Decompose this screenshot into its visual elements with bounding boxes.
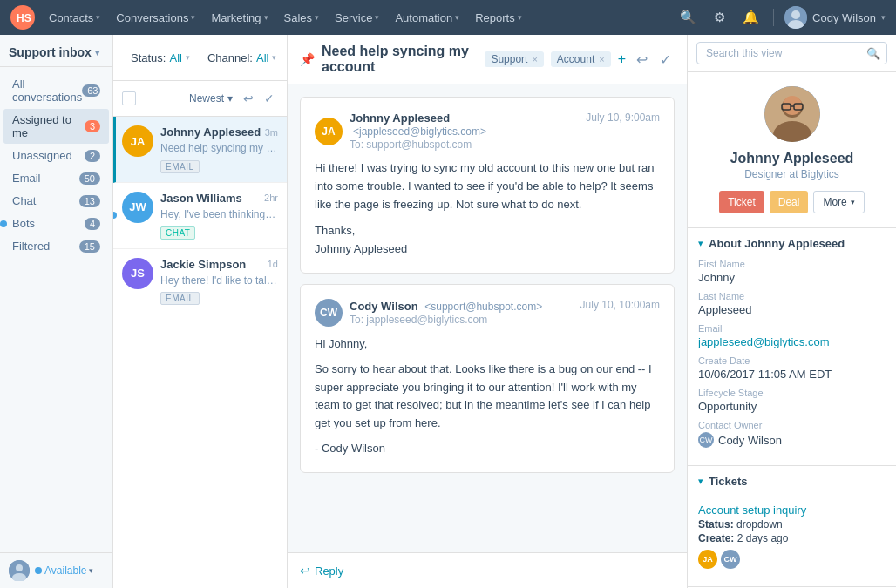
nav-automation[interactable]: Automation ▾: [388, 8, 466, 28]
sidebar-title-chevron: ▾: [95, 48, 99, 57]
conv-item-content: Johnny Appleseed 3m Need help syncing my…: [160, 125, 278, 173]
remove-account-tag[interactable]: ×: [599, 54, 604, 64]
top-navigation: HS Contacts ▾ Conversations ▾ Marketing …: [0, 0, 896, 35]
sender-avatar: CW: [315, 299, 343, 327]
create-deal-button[interactable]: Deal: [770, 191, 809, 213]
check-resolve-button[interactable]: ✓: [656, 48, 675, 71]
contact-owner-field: Contact owner CW Cody Wilson: [698, 420, 886, 448]
availability-status[interactable]: Available ▾: [35, 564, 93, 577]
message-header: CW Cody Wilson <support@hubspot.com> To:…: [315, 299, 660, 327]
tickets-content: Account setup inquiry Status: dropdown C…: [688, 497, 896, 586]
pin-icon[interactable]: 📌: [300, 52, 315, 66]
tickets-section-chevron: ▾: [698, 476, 703, 487]
reply-area: ↩ Reply: [288, 552, 687, 588]
sidebar: Support inbox ▾ All conversations 63 Ass…: [0, 35, 113, 588]
nav-conversations[interactable]: Conversations ▾: [109, 8, 202, 28]
ticket-avatars: JA CW: [698, 550, 886, 569]
remove-support-tag[interactable]: ×: [532, 54, 537, 64]
settings-icon[interactable]: ⚙: [710, 6, 729, 29]
search-input[interactable]: [696, 42, 887, 64]
channel-filter-chevron: ▾: [272, 53, 276, 62]
tickets-section-header[interactable]: ▾ Tickets: [688, 466, 896, 497]
reply-button[interactable]: ↩: [633, 48, 651, 71]
status-dot: [35, 567, 42, 574]
search-icon[interactable]: 🔍: [676, 6, 700, 29]
create-ticket-button[interactable]: Ticket: [719, 191, 764, 213]
sidebar-item-all[interactable]: All conversations 63: [3, 73, 109, 108]
about-section-chevron: ▾: [698, 238, 703, 249]
sort-button[interactable]: Newest ▾: [189, 92, 233, 105]
conversation-item[interactable]: JA Johnny Appleseed 3m Need help syncing…: [113, 117, 287, 183]
channel-filter[interactable]: Channel: All ▾: [202, 49, 282, 67]
lifecycle-field: Lifecycle stage Opportunity: [698, 388, 886, 413]
message-sender: JA Johnny Appleseed <jappleseed@biglytic…: [315, 112, 586, 151]
conv-item-header: Jason Williams 2hr: [160, 192, 278, 205]
svg-point-3: [791, 10, 800, 19]
sidebar-item-email[interactable]: Email 50: [3, 167, 109, 189]
ticket-avatar-1: JA: [698, 550, 717, 569]
create-date-field: Create Date 10/06/2017 11:05 AM EDT: [698, 355, 886, 381]
more-actions-button[interactable]: More ▾: [813, 191, 864, 213]
sidebar-item-assigned[interactable]: Assigned to me 3: [3, 109, 109, 144]
hubspot-logo[interactable]: HS: [10, 5, 35, 30]
nav-marketing[interactable]: Marketing ▾: [204, 8, 275, 28]
conv-item-content: Jackie Simpson 1d Hey there! I'd like to…: [160, 258, 278, 306]
sidebar-footer[interactable]: Available ▾: [0, 552, 112, 588]
conversation-item[interactable]: JS Jackie Simpson 1d Hey there! I'd like…: [113, 249, 287, 315]
nav-reports[interactable]: Reports ▾: [468, 8, 529, 28]
chevron-down-icon: ▾: [191, 13, 195, 22]
conversation-item[interactable]: JW Jason Williams 2hr Hey, I've been thi…: [113, 183, 287, 249]
contact-actions: Ticket Deal More ▾: [698, 191, 886, 213]
status-filter-chevron: ▾: [186, 53, 190, 62]
search-icon: 🔍: [866, 47, 880, 60]
sidebar-item-chat[interactable]: Chat 13: [3, 190, 109, 212]
conversation-list: Status: All ▾ Channel: All ▾ Assignee: C…: [113, 35, 288, 588]
conv-detail-header: 📌 Need help syncing my account Support ×…: [288, 35, 687, 84]
sidebar-item-bots[interactable]: Bots 4: [3, 213, 109, 234]
sidebar-title[interactable]: Support inbox ▾: [9, 45, 104, 59]
nav-user[interactable]: Cody Wilson ▾: [784, 6, 886, 29]
current-user-avatar: [9, 560, 30, 581]
sender-info: Cody Wilson <support@hubspot.com> To: ja…: [350, 300, 542, 326]
reply-icon: ↩: [300, 564, 310, 578]
message-block: JA Johnny Appleseed <jappleseed@biglytic…: [300, 97, 675, 274]
nav-contacts[interactable]: Contacts ▾: [42, 8, 107, 28]
conv-item-body: JA Johnny Appleseed 3m Need help syncing…: [122, 125, 278, 173]
nav-divider: [773, 9, 774, 26]
first-name-field: First name Johnny: [698, 259, 886, 284]
reply-button[interactable]: ↩ Reply: [300, 564, 675, 578]
more-chevron: ▾: [851, 198, 855, 206]
conv-item-body: JW Jason Williams 2hr Hey, I've been thi…: [122, 192, 278, 240]
svg-text:HS: HS: [17, 12, 31, 24]
chevron-down-icon: ▾: [264, 13, 268, 22]
about-section-content: First name Johnny Last name Appleseed Em…: [688, 259, 896, 465]
message-sender: CW Cody Wilson <support@hubspot.com> To:…: [315, 299, 542, 327]
nav-right: 🔍 ⚙ 🔔 Cody Wilson ▾: [676, 6, 886, 29]
message-block: CW Cody Wilson <support@hubspot.com> To:…: [300, 284, 675, 473]
svg-point-6: [16, 564, 23, 571]
sidebar-item-unassigned[interactable]: Unassigned 2: [3, 145, 109, 166]
add-tag-button[interactable]: +: [618, 51, 626, 67]
last-name-field: Last name Appleseed: [698, 291, 886, 316]
sidebar-item-filtered[interactable]: Filtered 15: [3, 235, 109, 257]
unread-dot: [0, 220, 7, 227]
about-section-header[interactable]: ▾ About Johnny Appleseed: [688, 228, 896, 259]
notifications-icon[interactable]: 🔔: [739, 6, 763, 29]
reply-all-button[interactable]: ↩: [240, 88, 257, 109]
chevron-down-icon: ▾: [375, 13, 379, 22]
conv-item-body: JS Jackie Simpson 1d Hey there! I'd like…: [122, 258, 278, 306]
conversation-detail: 📌 Need help syncing my account Support ×…: [288, 35, 687, 588]
unread-indicator: [113, 212, 117, 219]
nav-service[interactable]: Service ▾: [328, 8, 386, 28]
contact-profile: Johnny Appleseed Designer at Biglytics T…: [688, 72, 896, 228]
check-button[interactable]: ✓: [261, 88, 278, 109]
conv-item-header: Jackie Simpson 1d: [160, 258, 278, 271]
ticket-item: Account setup inquiry Status: dropdown C…: [698, 497, 886, 576]
conv-avatar: JW: [122, 192, 153, 223]
nav-sales[interactable]: Sales ▾: [277, 8, 327, 28]
conv-actions: ↩ ✓: [633, 48, 675, 71]
user-avatar: [784, 6, 807, 29]
select-all-checkbox[interactable]: [122, 91, 136, 105]
status-filter[interactable]: Status: All ▾: [126, 49, 195, 67]
main-content: Support inbox ▾ All conversations 63 Ass…: [0, 35, 896, 588]
